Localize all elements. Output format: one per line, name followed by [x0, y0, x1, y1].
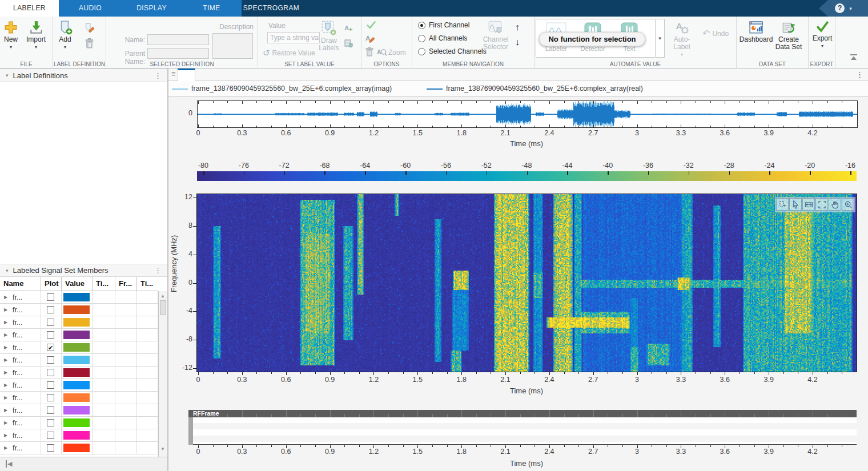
- plot-panel-menu-icon[interactable]: ⋮: [856, 70, 863, 79]
- radio-first-channel[interactable]: First Channel: [418, 21, 469, 29]
- label-color-swatch[interactable]: [63, 381, 90, 389]
- col-fr[interactable]: Fr...: [115, 277, 137, 291]
- members-scrollbar[interactable]: ▲ ▼: [158, 291, 167, 457]
- label-color-swatch[interactable]: [63, 331, 90, 339]
- accept-button[interactable]: [365, 20, 377, 33]
- row-expand-icon[interactable]: ▶: [4, 357, 7, 363]
- row-expand-icon[interactable]: ▶: [4, 370, 7, 375]
- scroll-down-icon[interactable]: ▼: [160, 446, 165, 452]
- table-row[interactable]: ▶fr...: [0, 392, 158, 404]
- members-header[interactable]: ▾ Labeled Signal Set Members ⋮: [0, 264, 167, 277]
- col-value[interactable]: Value: [62, 277, 93, 291]
- rfframe-track-header[interactable]: RFFrame: [188, 410, 857, 417]
- label-color-swatch[interactable]: [63, 393, 90, 402]
- tab-list-icon[interactable]: ≡: [171, 70, 176, 78]
- row-expand-icon[interactable]: ▶: [4, 332, 7, 337]
- collapse-sidebar-icon[interactable]: ◀: [6, 460, 12, 468]
- export-caret-icon[interactable]: ▾: [821, 43, 823, 49]
- radio-selected-channels[interactable]: Selected Channels: [418, 47, 487, 55]
- dashboard-button[interactable]: Dashboard: [739, 20, 773, 43]
- collapse-panel-icon[interactable]: ▾: [6, 73, 9, 78]
- plot-checkbox[interactable]: [47, 419, 54, 426]
- plot-checkbox[interactable]: [47, 381, 54, 389]
- help-icon[interactable]: ?: [835, 3, 845, 13]
- table-row[interactable]: ▶fr...: [0, 379, 158, 392]
- row-expand-icon[interactable]: ▶: [4, 295, 7, 300]
- tab-labeler[interactable]: LABELER: [0, 0, 59, 17]
- table-row[interactable]: ▶fr...: [0, 404, 158, 417]
- scroll-up-icon[interactable]: ▲: [160, 293, 165, 299]
- row-expand-icon[interactable]: ▶: [4, 420, 7, 425]
- table-row[interactable]: ▶fr...: [0, 367, 158, 379]
- radio-all-channels[interactable]: All Channels: [418, 34, 467, 42]
- row-expand-icon[interactable]: ▶: [4, 433, 7, 438]
- table-row[interactable]: ▶fr...: [0, 291, 158, 304]
- table-row[interactable]: ▶fr...: [0, 316, 158, 329]
- document-tab[interactable]: [178, 69, 195, 81]
- col-ti1[interactable]: Ti...: [93, 277, 115, 291]
- label-definitions-menu-icon[interactable]: ⋮: [154, 71, 162, 80]
- previous-member-button[interactable]: ↑: [515, 22, 520, 33]
- label-color-swatch[interactable]: [63, 343, 90, 352]
- next-member-button[interactable]: ↓: [515, 37, 520, 47]
- row-expand-icon[interactable]: ▶: [4, 383, 7, 388]
- plot-checkbox[interactable]: [47, 394, 54, 401]
- delete-label-definition-button[interactable]: [84, 38, 95, 52]
- table-row[interactable]: ▶fr...: [0, 429, 158, 442]
- tab-audio[interactable]: AUDIO: [59, 0, 122, 17]
- tab-spectrogram[interactable]: SPECTROGRAM: [242, 0, 301, 17]
- table-row[interactable]: ▶fr...✔: [0, 341, 158, 354]
- plot-checkbox[interactable]: ✔: [47, 344, 54, 351]
- rfframe-track-body[interactable]: [188, 417, 857, 445]
- label-color-swatch[interactable]: [63, 444, 90, 452]
- create-data-set-button[interactable]: Create Data Set: [772, 20, 805, 51]
- export-button[interactable]: Export ▾: [810, 20, 835, 49]
- table-row[interactable]: ▶fr...: [0, 354, 158, 367]
- label-color-swatch[interactable]: [63, 305, 90, 314]
- plot-checkbox[interactable]: [47, 432, 54, 439]
- label-color-swatch[interactable]: [63, 356, 90, 364]
- help-caret-icon[interactable]: ▾: [849, 6, 852, 11]
- col-ti2[interactable]: Ti...: [137, 277, 158, 291]
- table-row[interactable]: ▶fr...: [0, 329, 158, 341]
- label-color-swatch[interactable]: [63, 406, 90, 414]
- table-row[interactable]: ▶fr...: [0, 304, 158, 316]
- row-expand-icon[interactable]: ▶: [4, 395, 7, 400]
- table-row[interactable]: ▶fr...: [0, 417, 158, 429]
- add-label-definition-button[interactable]: Add ▾: [58, 20, 73, 50]
- col-name[interactable]: Name: [0, 277, 41, 291]
- label-color-swatch[interactable]: [63, 368, 90, 377]
- col-plot[interactable]: Plot: [41, 277, 62, 291]
- pan-tool-button[interactable]: [829, 198, 841, 211]
- waveform-plot[interactable]: [197, 100, 858, 128]
- add-caret-icon[interactable]: ▾: [64, 45, 66, 50]
- add-region-label-button[interactable]: [776, 198, 789, 211]
- plot-checkbox[interactable]: [47, 356, 54, 364]
- import-button[interactable]: Import ▾: [26, 20, 46, 50]
- edit-label-definition-button[interactable]: [85, 23, 95, 35]
- plot-checkbox[interactable]: [47, 293, 54, 301]
- row-expand-icon[interactable]: ▶: [4, 408, 7, 413]
- plot-checkbox[interactable]: [47, 444, 54, 452]
- row-expand-icon[interactable]: ▶: [4, 320, 7, 325]
- plot-checkbox[interactable]: [47, 406, 54, 414]
- label-color-swatch[interactable]: [63, 431, 90, 440]
- label-color-swatch[interactable]: [63, 293, 90, 301]
- scroll-thumb[interactable]: [160, 300, 166, 315]
- tab-time[interactable]: TIME: [182, 0, 242, 17]
- plot-checkbox[interactable]: [47, 369, 54, 376]
- zoom-in-button[interactable]: [842, 198, 854, 211]
- spectrogram-plot[interactable]: [196, 194, 857, 372]
- fit-view-button[interactable]: [815, 198, 828, 211]
- pointer-tool-button[interactable]: [789, 198, 802, 211]
- gallery-dropdown-button[interactable]: ▾: [656, 19, 665, 58]
- row-expand-icon[interactable]: ▶: [4, 345, 7, 350]
- table-row[interactable]: ▶fr...: [0, 442, 158, 454]
- members-menu-icon[interactable]: ⋮: [154, 266, 162, 275]
- row-expand-icon[interactable]: ▶: [4, 445, 7, 450]
- label-color-swatch[interactable]: [63, 418, 90, 427]
- edit-value-button[interactable]: A: [365, 33, 375, 46]
- collapse-ribbon-button[interactable]: [849, 53, 858, 63]
- label-definitions-header[interactable]: ▾ Label Definitions ⋮: [0, 69, 167, 82]
- plot-checkbox[interactable]: [47, 331, 54, 339]
